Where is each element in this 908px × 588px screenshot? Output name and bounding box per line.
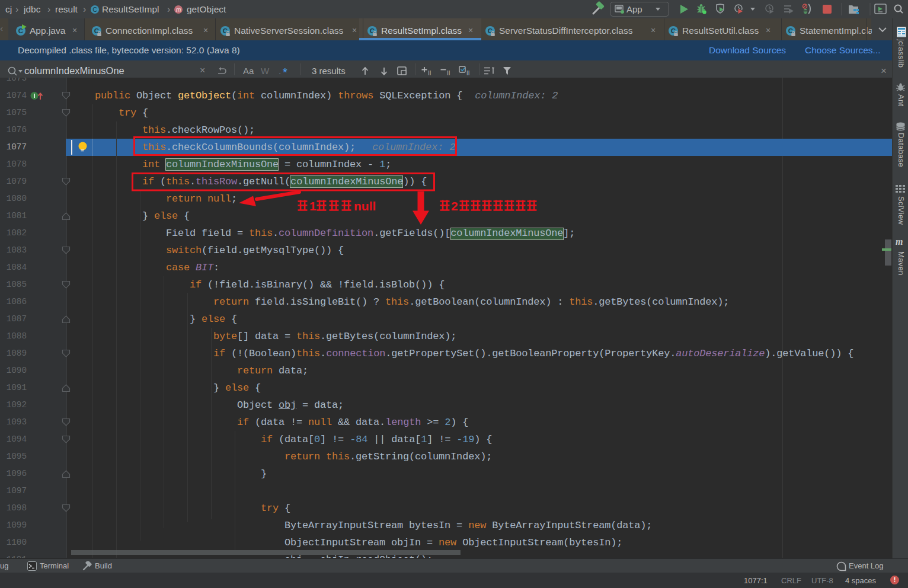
svg-text:2: 2	[451, 199, 458, 213]
svg-text:null: null	[354, 199, 376, 213]
svg-text:App: App	[626, 4, 642, 14]
svg-text:II: II	[466, 70, 470, 76]
svg-text:II: II	[428, 70, 431, 76]
svg-text:1: 1	[309, 199, 316, 213]
svg-text:II: II	[447, 70, 450, 76]
